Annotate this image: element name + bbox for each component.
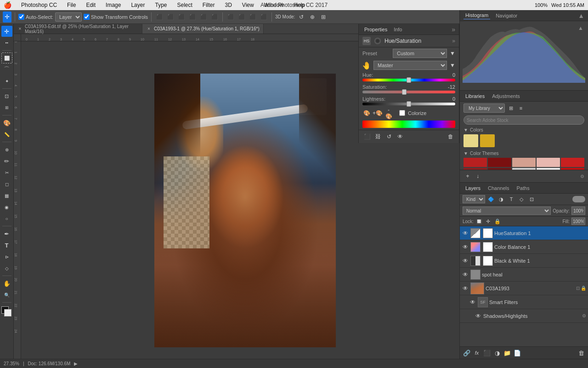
menu-type[interactable]: Type xyxy=(153,1,169,9)
layer-color-balance[interactable]: 👁 Color Balance 1 xyxy=(460,240,588,254)
swatch-gold[interactable] xyxy=(480,134,495,147)
layer-photo-eye[interactable]: 👁 xyxy=(462,285,469,292)
tool-path-select[interactable]: ⊳ xyxy=(1,251,12,262)
library-search[interactable] xyxy=(464,115,584,125)
prop-mask-btn[interactable]: ⬛ xyxy=(362,132,372,141)
lightness-handle[interactable] xyxy=(407,101,411,107)
mask-channel-btn[interactable] xyxy=(373,37,382,45)
filter-type-btn[interactable]: T xyxy=(507,195,515,203)
add-adjustment-btn[interactable]: ◑ xyxy=(493,349,501,357)
tool-lasso[interactable]: ⌒ xyxy=(1,64,12,75)
menu-photoshop[interactable]: Photoshop CC xyxy=(19,1,59,9)
layer-hue-sat[interactable]: 👁 HueSaturation 1 xyxy=(460,226,588,240)
tool-gradient[interactable]: ▦ xyxy=(1,190,12,201)
color-picker[interactable] xyxy=(1,306,12,317)
auto-select-target[interactable]: Layer xyxy=(55,12,82,22)
histogram-expand-btn[interactable]: ▲ xyxy=(578,25,583,31)
align-top-btn[interactable]: ⬛ xyxy=(188,12,197,22)
theme-swatch-2[interactable] xyxy=(512,158,536,167)
saturation-handle[interactable] xyxy=(402,89,407,95)
layer-fx-btn[interactable]: fx xyxy=(473,349,481,357)
auto-select-checkbox[interactable] xyxy=(18,14,24,20)
3d-zoom-btn[interactable]: ⊞ xyxy=(319,12,328,22)
link-layers-btn[interactable]: 🔗 xyxy=(463,349,471,357)
preset-menu-icon[interactable]: ▼ xyxy=(450,50,455,57)
info-tab[interactable]: Info xyxy=(392,26,404,33)
prop-delete-btn[interactable]: 🗑 xyxy=(446,132,455,141)
properties-expand[interactable]: » xyxy=(452,38,455,44)
tool-magic-wand[interactable]: ✦ xyxy=(1,75,12,86)
3d-pan-btn[interactable]: ⊕ xyxy=(308,12,317,22)
filter-pixel-btn[interactable]: 🔷 xyxy=(487,195,495,203)
filter-toggle[interactable] xyxy=(572,196,585,202)
lightness-track[interactable] xyxy=(362,103,455,105)
fill-input[interactable] xyxy=(571,218,585,225)
channel-select[interactable]: Master Reds Yellows Greens Cyans Blues M… xyxy=(373,61,447,70)
theme-swatch-0[interactable] xyxy=(464,158,487,167)
tool-crop[interactable]: ⊡ xyxy=(1,91,12,102)
layer-sh-eye[interactable]: 👁 xyxy=(475,312,482,320)
menu-3d[interactable]: 3D xyxy=(223,1,234,9)
tool-pen[interactable]: ✒ xyxy=(1,228,12,239)
theme-swatch-1[interactable] xyxy=(488,158,511,167)
colors-chevron[interactable]: ▼ xyxy=(464,127,468,132)
paths-tab[interactable]: Paths xyxy=(515,184,531,192)
align-left-btn[interactable]: ⬛ xyxy=(155,12,164,22)
tool-artboard[interactable]: ▪▪ xyxy=(1,37,12,48)
3d-rotate-btn[interactable]: ↺ xyxy=(297,12,306,22)
layer-spot-eye[interactable]: 👁 xyxy=(462,271,469,278)
layer-filter-select[interactable]: Kind xyxy=(463,195,485,203)
tool-heal[interactable]: ⊕ xyxy=(1,144,12,155)
status-arrow[interactable]: ▶ xyxy=(74,361,78,366)
lock-position-btn[interactable]: ✛ xyxy=(485,218,492,225)
tool-clone[interactable]: ✂ xyxy=(1,167,12,178)
lock-all-btn[interactable]: 🔒 xyxy=(494,218,501,225)
tool-slice[interactable]: ⊞ xyxy=(1,102,12,113)
library-list-btn[interactable]: ≡ xyxy=(517,104,525,112)
dist-h-btn[interactable]: ⬛ xyxy=(226,12,235,22)
tool-dodge[interactable]: ○ xyxy=(1,213,12,224)
theme-swatch-4[interactable] xyxy=(561,158,584,167)
menu-filter[interactable]: Filter xyxy=(200,1,217,9)
tab-1[interactable]: × C03A1993-Edit.tif @ 25% (Hue/Saturatio… xyxy=(14,24,142,34)
prop-chain-btn[interactable]: ⛓ xyxy=(373,132,383,141)
saturation-track[interactable] xyxy=(362,91,455,93)
dist-left-btn[interactable]: ⬛ xyxy=(248,12,257,22)
apple-icon[interactable]: 🍎 xyxy=(4,1,11,9)
show-transform-checkbox[interactable] xyxy=(84,14,90,20)
layer-color-balance-eye[interactable]: 👁 xyxy=(462,243,469,251)
sync-library-btn[interactable]: ↓ xyxy=(474,172,482,180)
tool-type[interactable]: T xyxy=(1,240,12,251)
layer-main-photo[interactable]: 👁 C03A1993 ⊡ 🔒 xyxy=(460,282,588,295)
properties-expand-icon[interactable]: » xyxy=(452,26,455,33)
tab-2[interactable]: × C03A1993-1 @ 27.3% (Hue/Saturation 1, … xyxy=(142,24,264,34)
smart-filter-settings-icon[interactable]: ⚙ xyxy=(582,313,586,318)
prop-reset-btn[interactable]: ↺ xyxy=(384,132,394,141)
tool-eraser[interactable]: ◻ xyxy=(1,178,12,190)
layer-bw[interactable]: 👁 Black & White 1 xyxy=(460,254,588,268)
histogram-tab[interactable]: Histogram xyxy=(464,12,490,19)
layer-bw-eye[interactable]: 👁 xyxy=(462,257,469,264)
filter-smart-btn[interactable]: ⊡ xyxy=(527,195,536,203)
adjustments-tab[interactable]: Adjustments xyxy=(490,92,522,100)
menu-view[interactable]: View xyxy=(240,1,256,9)
layer-shadows-highlights[interactable]: 👁 Shadows/Highlights ⚙ xyxy=(460,309,588,323)
dist-v-btn[interactable]: ⬛ xyxy=(237,12,246,22)
hue-sat-icon-btn[interactable]: HS xyxy=(362,37,371,45)
hue-track[interactable] xyxy=(362,79,455,81)
eyedropper-minus-btn[interactable]: -🎨 xyxy=(384,109,393,117)
library-settings-btn[interactable]: ⚙ xyxy=(580,174,584,179)
align-bottom-btn[interactable]: ⬛ xyxy=(210,12,219,22)
tool-shape[interactable]: ◇ xyxy=(1,263,12,274)
prop-visibility-btn[interactable]: 👁 xyxy=(396,132,405,141)
menu-edit[interactable]: Edit xyxy=(84,1,98,9)
add-mask-btn[interactable]: ⬛ xyxy=(483,349,491,357)
blend-mode-select[interactable]: Normal xyxy=(463,207,551,215)
library-grid-btn[interactable]: ⊞ xyxy=(507,104,515,112)
theme-swatch-3[interactable] xyxy=(537,158,560,167)
themes-chevron[interactable]: ▼ xyxy=(464,151,468,156)
move-tool-btn[interactable]: ✛ xyxy=(3,12,11,23)
eyedropper-add-btn[interactable]: 🎨 xyxy=(362,109,371,117)
add-library-btn[interactable]: + xyxy=(464,172,472,180)
new-layer-btn[interactable]: 📄 xyxy=(513,349,521,357)
